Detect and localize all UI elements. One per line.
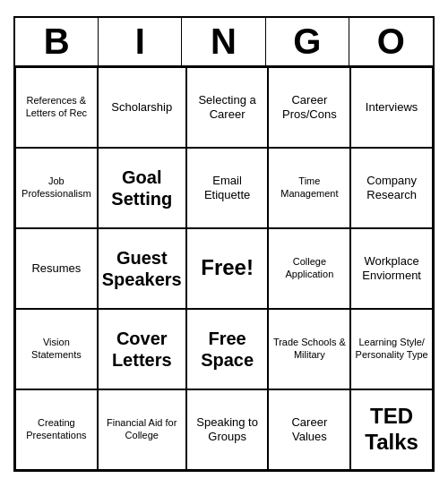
bingo-cell-22: Speaking to Groups xyxy=(186,389,269,470)
bingo-cell-7: Email Etiquette xyxy=(186,148,269,228)
bingo-grid: References & Letters of RecScholarshipSe… xyxy=(15,67,433,470)
bingo-cell-15: Vision Statements xyxy=(15,309,98,389)
bingo-cell-6: Goal Setting xyxy=(98,148,186,228)
bingo-cell-23: Career Values xyxy=(268,389,350,470)
bingo-cell-20: Creating Presentations xyxy=(15,389,98,470)
header-letter-o: O xyxy=(349,18,433,65)
header-letter-i: I xyxy=(99,18,182,65)
bingo-cell-24: TED Talks xyxy=(350,389,433,470)
bingo-cell-10: Resumes xyxy=(15,228,98,309)
bingo-cell-17: Free Space xyxy=(186,309,269,389)
header-letter-n: N xyxy=(182,18,265,65)
bingo-cell-8: Time Management xyxy=(268,148,350,228)
bingo-header: BINGO xyxy=(15,18,433,67)
bingo-cell-5: Job Professionalism xyxy=(15,148,98,228)
bingo-cell-11: Guest Speakers xyxy=(98,228,186,309)
bingo-cell-3: Career Pros/Cons xyxy=(268,67,350,148)
bingo-card: BINGO References & Letters of RecScholar… xyxy=(13,16,435,472)
bingo-cell-0: References & Letters of Rec xyxy=(15,67,98,148)
bingo-cell-4: Interviews xyxy=(350,67,433,148)
header-letter-g: G xyxy=(266,18,349,65)
bingo-cell-19: Learning Style/ Personality Type xyxy=(350,309,433,389)
bingo-cell-21: Financial Aid for College xyxy=(98,389,186,470)
bingo-cell-18: Trade Schools & Military xyxy=(268,309,350,389)
header-letter-b: B xyxy=(15,18,99,65)
bingo-cell-9: Company Research xyxy=(350,148,433,228)
bingo-cell-1: Scholarship xyxy=(98,67,186,148)
bingo-cell-14: Workplace Enviorment xyxy=(350,228,433,309)
bingo-cell-12: Free! xyxy=(186,228,269,309)
bingo-cell-2: Selecting a Career xyxy=(186,67,269,148)
bingo-cell-13: College Application xyxy=(268,228,350,309)
bingo-cell-16: Cover Letters xyxy=(98,309,186,389)
